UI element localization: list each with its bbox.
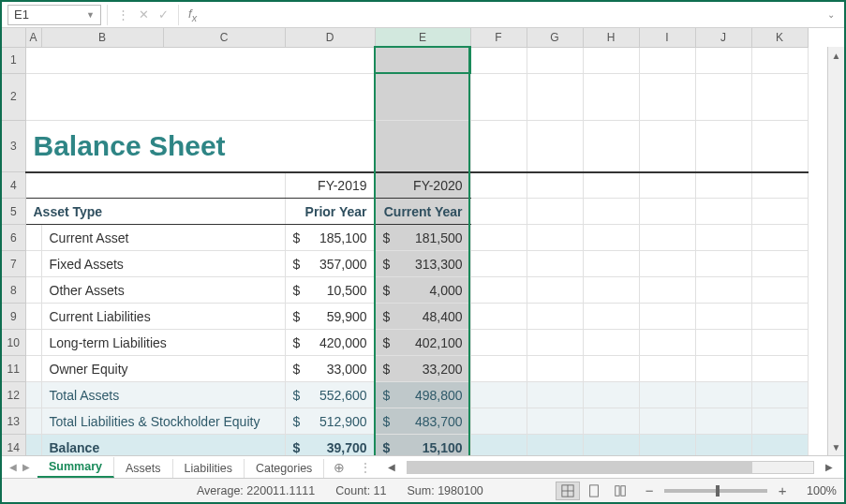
zoom-thumb[interactable] xyxy=(716,485,720,497)
cell[interactable] xyxy=(583,356,639,382)
col-header[interactable]: I xyxy=(639,28,695,47)
name-box-dropdown-icon[interactable]: ▼ xyxy=(86,10,95,20)
cell[interactable] xyxy=(527,356,583,382)
select-all-corner[interactable] xyxy=(2,28,25,47)
cell[interactable] xyxy=(470,435,527,456)
cell[interactable] xyxy=(751,73,808,120)
cell[interactable] xyxy=(583,435,639,456)
row-prior[interactable]: $59,900 xyxy=(285,304,375,330)
zoom-slider[interactable] xyxy=(664,489,767,493)
subtotal-prior[interactable]: $512,900 xyxy=(285,408,375,435)
cell[interactable] xyxy=(639,73,695,120)
cell[interactable] xyxy=(751,225,808,251)
cell[interactable] xyxy=(695,382,751,408)
scroll-down-icon[interactable]: ▼ xyxy=(828,438,844,455)
cell[interactable] xyxy=(527,47,583,73)
zoom-out-button[interactable]: − xyxy=(642,482,657,498)
cell[interactable] xyxy=(25,277,41,304)
cell[interactable] xyxy=(639,120,695,172)
cell[interactable] xyxy=(25,47,375,73)
page-layout-button[interactable] xyxy=(582,482,606,500)
row-header[interactable]: 8 xyxy=(2,277,25,304)
sheet-tab-summary[interactable]: Summary xyxy=(37,457,114,478)
sheet-title[interactable]: Balance Sheet xyxy=(25,120,375,172)
cell[interactable] xyxy=(583,172,639,199)
cell[interactable] xyxy=(695,225,751,251)
col-header[interactable]: C xyxy=(163,28,285,47)
cell[interactable] xyxy=(527,408,583,435)
row-label[interactable]: Current Liabilities xyxy=(41,304,285,330)
cell[interactable] xyxy=(583,225,639,251)
cell[interactable] xyxy=(527,172,583,199)
spreadsheet-grid[interactable]: A B C D E F G H I J K 123Balance Sheet4F… xyxy=(2,28,844,455)
scroll-left-icon[interactable]: ◀ xyxy=(384,462,399,472)
cell[interactable] xyxy=(527,225,583,251)
cell[interactable] xyxy=(695,304,751,330)
row-header[interactable]: 2 xyxy=(2,73,25,120)
row-header[interactable]: 11 xyxy=(2,356,25,382)
row-header[interactable]: 4 xyxy=(2,172,25,199)
cell[interactable] xyxy=(25,304,41,330)
cell[interactable] xyxy=(695,199,751,225)
cell[interactable] xyxy=(527,304,583,330)
cell[interactable] xyxy=(639,330,695,356)
col-header[interactable]: J xyxy=(695,28,751,47)
cell[interactable] xyxy=(25,382,41,408)
cell[interactable] xyxy=(25,435,41,456)
horizontal-scrollbar[interactable]: ◀ ▶ xyxy=(377,461,844,474)
row-header[interactable]: 3 xyxy=(2,120,25,172)
cell[interactable] xyxy=(527,277,583,304)
cell[interactable] xyxy=(583,382,639,408)
cell[interactable] xyxy=(470,382,527,408)
zoom-in-button[interactable]: + xyxy=(775,482,790,498)
row-current[interactable]: $181,500 xyxy=(375,225,470,251)
cell[interactable] xyxy=(695,120,751,172)
col-header[interactable]: B xyxy=(41,28,163,47)
cell[interactable] xyxy=(751,47,808,73)
row-label[interactable]: Current Asset xyxy=(41,225,285,251)
row-prior[interactable]: $10,500 xyxy=(285,277,375,304)
cell[interactable] xyxy=(751,382,808,408)
cell[interactable] xyxy=(527,435,583,456)
vertical-scrollbar[interactable]: ▲ ▼ xyxy=(827,47,844,455)
cell[interactable] xyxy=(639,172,695,199)
row-header[interactable]: 13 xyxy=(2,408,25,435)
cell[interactable] xyxy=(751,304,808,330)
row-header[interactable]: 1 xyxy=(2,47,25,73)
col-header[interactable]: G xyxy=(527,28,583,47)
cell[interactable] xyxy=(470,330,527,356)
cell[interactable] xyxy=(527,330,583,356)
cell[interactable] xyxy=(25,172,285,199)
cell[interactable] xyxy=(751,408,808,435)
name-box[interactable]: E1 ▼ xyxy=(7,5,101,25)
cell[interactable] xyxy=(639,199,695,225)
grid-view-button[interactable] xyxy=(556,482,580,500)
cell[interactable] xyxy=(639,356,695,382)
year-current[interactable]: FY-2020 xyxy=(375,172,470,199)
tab-resize-grip[interactable]: ⋮ xyxy=(354,461,377,474)
subtotal-label[interactable]: Total Liabilities & Stockholder Equity xyxy=(41,408,285,435)
cell[interactable] xyxy=(527,251,583,277)
cell[interactable] xyxy=(695,172,751,199)
cell[interactable] xyxy=(25,251,41,277)
row-current[interactable]: $48,400 xyxy=(375,304,470,330)
col-header[interactable]: H xyxy=(583,28,639,47)
cell[interactable] xyxy=(470,73,527,120)
cell[interactable] xyxy=(695,47,751,73)
row-label[interactable]: Fixed Assets xyxy=(41,251,285,277)
confirm-icon[interactable]: ✓ xyxy=(158,7,169,22)
cell[interactable] xyxy=(583,251,639,277)
page-break-button[interactable] xyxy=(608,482,632,500)
cell[interactable] xyxy=(470,199,527,225)
cell[interactable] xyxy=(583,120,639,172)
year-prior[interactable]: FY-2019 xyxy=(285,172,375,199)
sheet-tab-categories[interactable]: Categories xyxy=(245,459,324,478)
cell[interactable] xyxy=(375,120,470,172)
row-header[interactable]: 10 xyxy=(2,330,25,356)
tab-nav-arrows[interactable]: ◀▶ xyxy=(2,462,37,472)
sheet-tab-assets[interactable]: Assets xyxy=(114,459,173,478)
cell[interactable] xyxy=(583,330,639,356)
row-label[interactable]: Other Assets xyxy=(41,277,285,304)
cell[interactable] xyxy=(470,47,527,73)
subtotal-label[interactable]: Total Assets xyxy=(41,382,285,408)
